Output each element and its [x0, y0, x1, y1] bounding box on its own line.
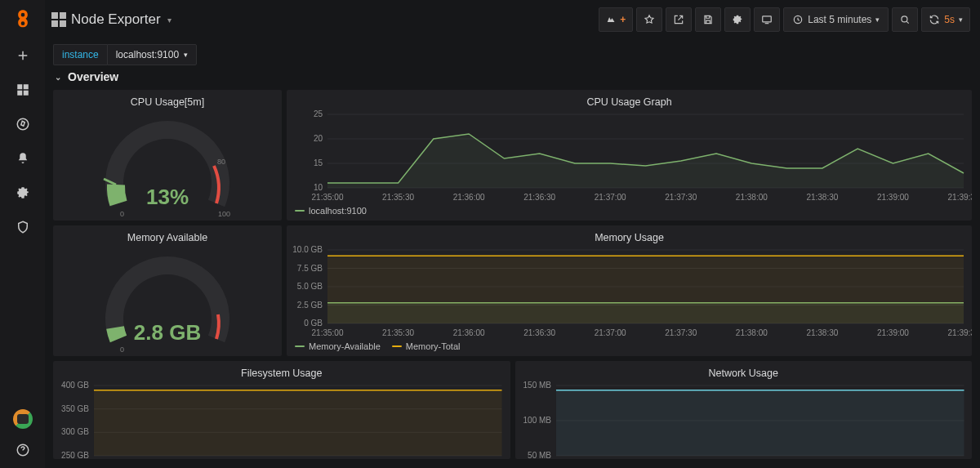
- gauge-value: 2.8 GB: [53, 320, 282, 345]
- sidebar: [0, 0, 45, 468]
- svg-text:21:39:00: 21:39:00: [877, 328, 909, 337]
- refresh-button[interactable]: 5s ▾: [921, 7, 970, 32]
- svg-text:21:36:30: 21:36:30: [523, 328, 555, 337]
- svg-text:7.5 GB: 7.5 GB: [297, 264, 323, 273]
- svg-rect-2: [763, 16, 772, 22]
- explore-icon[interactable]: [9, 114, 37, 134]
- panel-title: CPU Usage[5m]: [53, 90, 282, 109]
- time-range-label: Last 5 minutes: [808, 14, 871, 25]
- svg-text:300 GB: 300 GB: [61, 427, 89, 436]
- svg-text:80: 80: [217, 158, 225, 166]
- refresh-icon: [929, 14, 940, 25]
- template-var-select[interactable]: localhost:9100 ▾: [107, 44, 197, 65]
- topbar: Node Exporter ▾ + Last 5 minutes ▾ 5s ▾: [45, 0, 980, 39]
- settings-button[interactable]: [724, 7, 751, 32]
- svg-text:21:39:30: 21:39:30: [948, 193, 972, 202]
- panel-filesystem[interactable]: Filesystem Usage 250 GB300 GB350 GB400 G…: [53, 361, 510, 459]
- main: Node Exporter ▾ + Last 5 minutes ▾ 5s ▾ …: [45, 0, 980, 468]
- caret-down-icon: ▾: [959, 16, 963, 24]
- panel-title: Network Usage: [515, 361, 973, 381]
- save-button[interactable]: [695, 7, 721, 32]
- svg-text:21:37:00: 21:37:00: [595, 193, 626, 202]
- svg-text:10: 10: [314, 183, 323, 192]
- legend-item: Memory-Available: [309, 341, 381, 351]
- row-title: Overview: [68, 70, 118, 83]
- plus-icon[interactable]: [9, 46, 37, 65]
- svg-point-0: [17, 118, 29, 130]
- chevron-down-icon: ⌄: [55, 73, 61, 82]
- row-header-overview[interactable]: ⌄ Overview: [55, 70, 972, 83]
- star-button[interactable]: [636, 7, 662, 32]
- svg-text:21:39:00: 21:39:00: [877, 193, 909, 202]
- svg-text:21:38:30: 21:38:30: [806, 193, 838, 202]
- help-icon[interactable]: [9, 440, 37, 460]
- gauge-cpu: 0 80 100 13%: [53, 109, 282, 224]
- svg-text:50 MB: 50 MB: [528, 451, 551, 459]
- caret-down-icon: ▾: [875, 16, 880, 24]
- dashboard-title-button[interactable]: Node Exporter ▾: [51, 11, 172, 28]
- svg-text:150 MB: 150 MB: [523, 381, 551, 390]
- zoom-out-button[interactable]: [892, 7, 918, 32]
- svg-text:21:36:00: 21:36:00: [453, 328, 485, 337]
- svg-text:21:38:30: 21:38:30: [806, 328, 838, 337]
- gauge-value: 13%: [53, 185, 282, 210]
- caret-down-icon: ▾: [184, 51, 188, 59]
- share-button[interactable]: [666, 7, 692, 32]
- user-avatar[interactable]: [13, 409, 33, 429]
- svg-text:10.0 GB: 10.0 GB: [292, 245, 323, 254]
- dashboards-grid-icon: [51, 12, 66, 27]
- svg-text:21:35:00: 21:35:00: [312, 193, 344, 202]
- panel-cpu-graph[interactable]: CPU Usage Graph 1015202521:35:0021:35:30…: [287, 90, 972, 221]
- svg-text:0: 0: [120, 210, 124, 218]
- panel-memory-gauge[interactable]: Memory Available 0 2.8 GB: [53, 225, 282, 356]
- svg-text:15: 15: [314, 158, 323, 167]
- clock-icon: [792, 14, 804, 25]
- time-range-button[interactable]: Last 5 minutes ▾: [783, 7, 889, 32]
- svg-text:100 MB: 100 MB: [523, 416, 551, 425]
- svg-text:20: 20: [314, 134, 323, 143]
- svg-text:21:37:30: 21:37:30: [665, 328, 697, 337]
- svg-text:0 GB: 0 GB: [304, 319, 323, 328]
- template-var-value: localhost:9100: [116, 49, 179, 60]
- svg-text:5.0 GB: 5.0 GB: [297, 282, 323, 291]
- svg-text:21:37:30: 21:37:30: [665, 193, 697, 202]
- cycle-view-button[interactable]: [754, 7, 780, 32]
- panel-cpu-gauge[interactable]: CPU Usage[5m]: [53, 90, 282, 221]
- svg-text:21:36:00: 21:36:00: [453, 193, 485, 202]
- svg-text:0: 0: [120, 345, 124, 354]
- dashboard-content: instance localhost:9100 ▾ ⌄ Overview CPU…: [45, 39, 980, 468]
- svg-text:21:35:30: 21:35:30: [382, 193, 414, 202]
- add-panel-button[interactable]: +: [599, 7, 633, 32]
- legend-item: localhost:9100: [309, 206, 367, 216]
- panel-network[interactable]: Network Usage 50 MB100 MB150 MB: [515, 361, 973, 459]
- dashboard-title: Node Exporter: [71, 11, 161, 28]
- svg-text:21:36:30: 21:36:30: [523, 193, 555, 202]
- search-icon: [899, 14, 911, 25]
- legend: Memory-Available Memory-Total: [287, 338, 972, 356]
- gauge-memory: 0 2.8 GB: [53, 245, 282, 359]
- svg-text:21:39:30: 21:39:30: [948, 328, 972, 337]
- svg-text:21:38:00: 21:38:00: [736, 193, 768, 202]
- legend: localhost:9100: [287, 203, 972, 221]
- dashboards-icon[interactable]: [9, 80, 37, 100]
- svg-text:21:37:00: 21:37:00: [595, 328, 626, 337]
- panel-title: Memory Available: [53, 225, 282, 245]
- panel-title: CPU Usage Graph: [287, 90, 972, 109]
- panel-memory-graph[interactable]: Memory Usage 0 GB2.5 GB5.0 GB7.5 GB10.0 …: [287, 225, 972, 356]
- svg-text:250 GB: 250 GB: [61, 451, 89, 459]
- template-var-label: instance: [53, 44, 107, 65]
- panel-title: Filesystem Usage: [53, 361, 510, 381]
- svg-point-4: [902, 16, 907, 22]
- svg-text:25: 25: [314, 109, 323, 118]
- panel-title: Memory Usage: [287, 225, 972, 245]
- grafana-logo-icon[interactable]: [11, 8, 34, 31]
- server-admin-icon[interactable]: [9, 217, 37, 237]
- legend-item: Memory-Total: [406, 341, 461, 351]
- alerting-icon[interactable]: [9, 149, 37, 168]
- svg-text:21:35:00: 21:35:00: [312, 328, 344, 337]
- svg-text:2.5 GB: 2.5 GB: [297, 301, 323, 310]
- svg-text:350 GB: 350 GB: [61, 404, 89, 413]
- configuration-icon[interactable]: [9, 183, 37, 203]
- svg-text:21:35:30: 21:35:30: [382, 328, 414, 337]
- svg-text:400 GB: 400 GB: [61, 381, 89, 390]
